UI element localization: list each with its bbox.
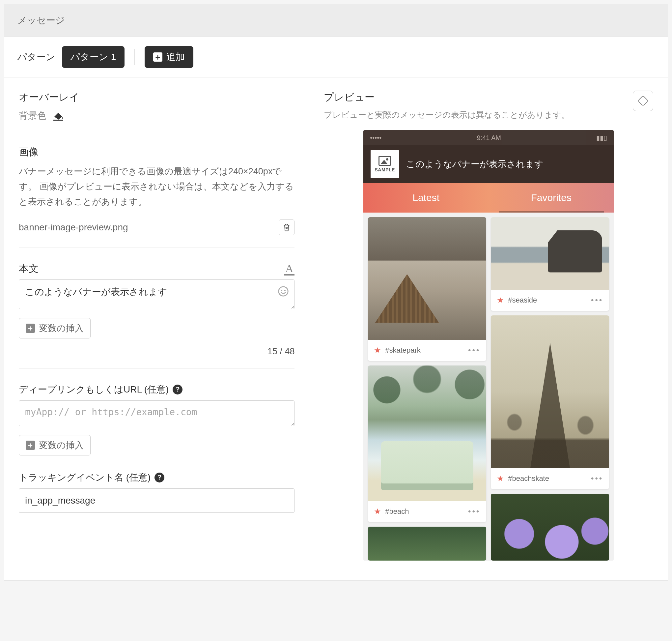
- card-tag: #seaside: [508, 296, 537, 304]
- help-icon[interactable]: ?: [173, 385, 182, 395]
- star-icon: ★: [497, 296, 504, 305]
- tab-favorites: Favorites: [489, 183, 614, 213]
- delete-image-button[interactable]: [279, 219, 294, 235]
- tab-latest: Latest: [363, 183, 489, 213]
- card-photo: [491, 217, 609, 290]
- preview-section-label: プレビュー: [324, 91, 570, 104]
- panel-title: メッセージ: [4, 4, 668, 37]
- feed-card: [368, 527, 486, 561]
- feed-card: ★#seaside•••: [491, 217, 609, 311]
- feed-card: ★#skatepark•••: [368, 217, 486, 361]
- more-icon: •••: [468, 507, 480, 516]
- insert-variable-label: 変数の挿入: [39, 439, 84, 451]
- body-char-counter: 15 / 48: [19, 346, 294, 369]
- tracking-label: トラッキングイベント名 (任意): [19, 471, 151, 484]
- star-icon: ★: [374, 507, 381, 516]
- rotate-icon: [637, 95, 649, 107]
- more-icon: •••: [591, 474, 603, 483]
- image-section-label: 画像: [19, 145, 294, 159]
- card-tag: #skatepark: [385, 346, 421, 355]
- card-photo: [368, 527, 486, 561]
- phone-statusbar: ••••• 9:41 AM ▮▮▯: [363, 130, 614, 145]
- feed-card: ★#beachskate•••: [491, 315, 609, 489]
- image-icon: [378, 156, 391, 166]
- banner-text: このようなバナーが表示されます: [406, 158, 544, 170]
- card-tag: #beachskate: [508, 474, 549, 483]
- emoji-icon[interactable]: [277, 285, 290, 298]
- image-filename: banner-image-preview.png: [19, 222, 128, 233]
- card-photo: [491, 494, 609, 561]
- overlay-section-label: オーバーレイ: [19, 91, 294, 104]
- plus-icon: ＋: [26, 324, 35, 333]
- preview-feed: ★#skatepark••• ★#beach••• ★: [363, 213, 614, 561]
- deeplink-label: ディープリンクもしくはURL (任意): [19, 383, 169, 396]
- fill-color-icon[interactable]: [52, 111, 64, 121]
- battery-icon: ▮▮▯: [596, 134, 607, 142]
- signal-icon: •••••: [370, 134, 381, 142]
- sample-tag: SAMPLE: [375, 167, 395, 172]
- insert-variable-label: 変数の挿入: [39, 322, 84, 334]
- text-style-icon[interactable]: A: [284, 263, 295, 275]
- deeplink-input[interactable]: [19, 400, 294, 426]
- body-section-label: 本文: [19, 262, 39, 275]
- card-tag: #beach: [385, 507, 409, 516]
- banner-sample-thumb: SAMPLE: [370, 150, 399, 178]
- toolbar-divider: [135, 49, 135, 65]
- phone-preview: ••••• 9:41 AM ▮▮▯ SAMPLE このようなバナーが表示されます…: [363, 130, 614, 561]
- card-photo: [368, 217, 486, 340]
- trash-icon: [283, 223, 291, 232]
- star-icon: ★: [374, 346, 381, 355]
- preview-column: プレビュー プレビューと実際のメッセージの表示は異なることがあります。 ••••…: [309, 78, 668, 581]
- plus-icon: ＋: [26, 441, 35, 450]
- editor-column: オーバーレイ 背景色 画像 バナーメッセージに利用できる画像の最適サイズは240…: [4, 78, 309, 581]
- plus-icon: ＋: [153, 52, 163, 62]
- preview-tabs: Latest Favorites: [363, 183, 614, 213]
- rotate-preview-button[interactable]: [633, 91, 653, 111]
- add-pattern-button[interactable]: ＋ 追加: [145, 46, 193, 68]
- body-textarea[interactable]: [19, 279, 294, 309]
- help-icon[interactable]: ?: [154, 473, 164, 482]
- tracking-event-input[interactable]: [19, 488, 294, 513]
- insert-variable-body-button[interactable]: ＋ 変数の挿入: [19, 318, 90, 339]
- svg-rect-4: [638, 96, 648, 106]
- banner-overlay: SAMPLE このようなバナーが表示されます: [363, 145, 614, 183]
- feed-card: [491, 494, 609, 561]
- svg-point-3: [284, 290, 285, 291]
- add-pattern-label: 追加: [166, 51, 185, 63]
- message-panel: メッセージ パターン パターン 1 ＋ 追加 オーバーレイ 背景色 画像 バナー…: [4, 4, 668, 581]
- pattern-label: パターン: [17, 51, 55, 63]
- svg-point-2: [281, 290, 282, 291]
- bgcolor-label: 背景色: [19, 109, 46, 122]
- more-icon: •••: [591, 296, 603, 305]
- more-icon: •••: [468, 346, 480, 355]
- status-time: 9:41 AM: [477, 134, 501, 142]
- feed-card: ★#beach•••: [368, 366, 486, 522]
- card-photo: [368, 366, 486, 501]
- insert-variable-url-button[interactable]: ＋ 変数の挿入: [19, 435, 90, 455]
- preview-note: プレビューと実際のメッセージの表示は異なることがあります。: [324, 109, 570, 120]
- pattern-toolbar: パターン パターン 1 ＋ 追加: [4, 37, 668, 77]
- card-photo: [491, 315, 609, 468]
- star-icon: ★: [497, 474, 504, 483]
- image-description: バナーメッセージに利用できる画像の最適サイズは240×240pxです。 画像がプ…: [19, 164, 294, 209]
- svg-point-1: [279, 287, 288, 296]
- svg-rect-0: [53, 120, 63, 121]
- pattern-tab-1[interactable]: パターン 1: [62, 46, 125, 68]
